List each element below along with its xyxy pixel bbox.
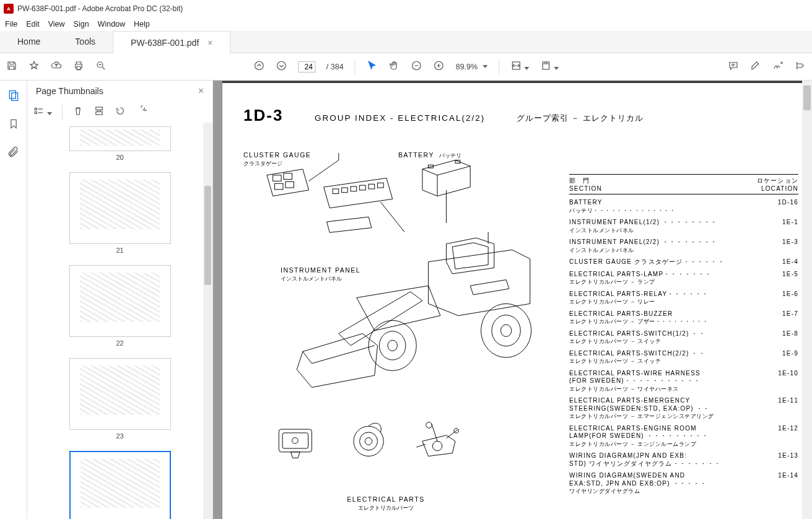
zoom-out-icon[interactable]	[411, 60, 422, 74]
delete-thumb-icon[interactable]	[72, 105, 84, 119]
svg-rect-36	[378, 183, 384, 188]
index-row: ELECTRICAL PARTS-ENGINE ROOM LAMP(FOR SW…	[569, 425, 798, 448]
tab-bar: Home Tools PW-638F-001.pdf ×	[0, 31, 812, 53]
section-index-table: 部 門 SECTION ロケーション LOCATION BATTERYバッテリ・…	[569, 174, 798, 500]
menu-help[interactable]: Help	[134, 20, 150, 28]
menu-view[interactable]: View	[48, 20, 65, 28]
svg-rect-32	[342, 188, 348, 193]
svg-rect-17	[35, 108, 37, 110]
highlight-icon[interactable]	[750, 60, 761, 74]
document-scrollbar[interactable]	[802, 81, 812, 519]
svg-rect-33	[351, 186, 357, 191]
svg-point-44	[388, 340, 397, 351]
page-number-input[interactable]	[298, 61, 315, 72]
panel-scrollbar[interactable]	[203, 123, 212, 519]
diagram-area: CLUSTER GAUGEクラスタゲージ BATTERY バッテリ INSTRU…	[243, 136, 565, 483]
thumbnail-item[interactable]: 22	[27, 265, 212, 347]
find-icon[interactable]	[95, 60, 107, 74]
svg-point-53	[365, 438, 372, 445]
stamp-icon[interactable]	[795, 60, 806, 74]
svg-point-51	[354, 426, 383, 456]
tab-home[interactable]: Home	[0, 30, 58, 53]
thumbnail-item[interactable]	[27, 451, 212, 519]
save-icon[interactable]	[6, 60, 17, 74]
svg-point-47	[500, 325, 511, 336]
page-down-icon[interactable]	[276, 60, 287, 74]
comment-icon[interactable]	[728, 60, 739, 74]
menu-file[interactable]: File	[5, 20, 17, 28]
index-row: CLUSTER GAUGE クラスタゲージ・・・・・・1E-4	[569, 258, 798, 266]
svg-point-3	[255, 61, 263, 70]
rotate-ccw-icon[interactable]	[115, 105, 126, 119]
index-row: ELECTRICAL PARTS-BUZZERエレクトリカルパーツ － ブザー・…	[569, 310, 798, 326]
svg-rect-11	[543, 62, 549, 69]
svg-point-4	[277, 61, 286, 70]
left-rail	[0, 81, 27, 519]
tab-document[interactable]: PW-638F-001.pdf ×	[113, 31, 230, 53]
select-tool-icon[interactable]	[367, 60, 378, 74]
svg-point-54	[432, 441, 442, 450]
zoom-in-icon[interactable]	[434, 60, 445, 74]
rotate-cw-icon[interactable]	[136, 105, 147, 119]
thumbnail-list[interactable]: 20 21 22 23	[27, 123, 212, 519]
bookmark-rail-icon[interactable]	[7, 118, 20, 133]
page-up-icon[interactable]	[253, 60, 264, 74]
index-row: ELECTRICAL PARTS-SWITCH(1/2) ・・エレクトリカルパー…	[569, 330, 798, 346]
thumb-options-icon[interactable]	[33, 105, 52, 119]
thumbnails-title: Page Thumbnails	[36, 86, 103, 96]
toolbar-divider	[499, 59, 499, 74]
print-thumbs-icon[interactable]	[94, 105, 105, 119]
svg-rect-19	[35, 112, 37, 114]
print-icon[interactable]	[73, 60, 84, 74]
pdf-page: 1D-3 GROUP INDEX - ELECTRICAL(2/2) グループ索…	[222, 81, 804, 519]
close-tab-icon[interactable]: ×	[207, 38, 212, 48]
star-icon[interactable]	[28, 60, 40, 74]
close-panel-icon[interactable]: ×	[198, 85, 204, 97]
toolbar-divider	[355, 59, 356, 74]
thumbnail-item[interactable]: 21	[27, 172, 212, 254]
index-row: BATTERYバッテリ・・・・・・・・・・・・・・1D-16	[569, 199, 798, 214]
svg-point-45	[481, 303, 531, 357]
fit-width-icon[interactable]	[510, 60, 529, 74]
thumbnails-rail-icon[interactable]	[7, 89, 20, 104]
cloud-upload-icon[interactable]	[51, 60, 62, 74]
app-icon: A	[4, 4, 14, 14]
pan-tool-icon[interactable]	[389, 60, 400, 74]
tab-tools[interactable]: Tools	[58, 30, 113, 53]
index-row: WIRING DIAGRAM(SWEDEN AND EXA:STD, JPN A…	[569, 472, 798, 495]
thumbnail-item[interactable]: 20	[27, 126, 212, 161]
zoom-dropdown[interactable]: 89.9%	[456, 63, 487, 71]
thumbnails-panel: Page Thumbnails × 20 21 22 23	[27, 81, 213, 519]
svg-point-46	[492, 315, 520, 346]
index-row: ELECTRICAL PARTS-WIRE HARNESS (FOR SWEDE…	[569, 370, 798, 393]
menu-edit[interactable]: Edit	[26, 20, 40, 28]
title-bar: A PW-638F-001.pdf - Adobe Acrobat Pro DC…	[0, 0, 812, 17]
sign-icon[interactable]	[772, 60, 784, 74]
svg-rect-28	[286, 181, 294, 188]
svg-rect-25	[273, 175, 282, 181]
index-row: INSTRUMENT PANEL(1/2) ・・・・・・・・インストルメントパネ…	[569, 219, 798, 234]
svg-rect-34	[360, 185, 366, 190]
index-row: ELECTRICAL PARTS-LAMP・・・・・・・エレクトリカルパーツ －…	[569, 271, 798, 286]
window-title: PW-638F-001.pdf - Adobe Acrobat Pro DC (…	[17, 4, 183, 13]
toolbar-divider	[62, 105, 63, 120]
document-viewport[interactable]: 1D-3 GROUP INDEX - ELECTRICAL(2/2) グループ索…	[213, 81, 812, 519]
svg-point-52	[360, 432, 378, 450]
page-heading: 1D-3 GROUP INDEX - ELECTRICAL(2/2) グループ索…	[243, 106, 782, 125]
svg-point-50	[292, 438, 298, 444]
page-total-label: / 384	[326, 63, 344, 71]
menu-sign[interactable]: Sign	[74, 20, 89, 28]
main-toolbar: / 384 89.9%	[0, 53, 812, 81]
svg-point-43	[379, 331, 405, 360]
attachment-rail-icon[interactable]	[7, 146, 20, 161]
svg-line-29	[309, 160, 339, 181]
menu-window[interactable]: Window	[98, 20, 125, 28]
diagram-svg	[243, 136, 565, 483]
page-view-icon[interactable]	[540, 60, 559, 74]
svg-rect-27	[274, 183, 283, 190]
thumbnail-item[interactable]: 23	[27, 358, 212, 440]
svg-rect-31	[333, 189, 339, 194]
index-row: WIRING DIAGRAM(JPN AND EXB: STD) ワイヤリングダ…	[569, 452, 798, 468]
svg-rect-49	[282, 433, 308, 448]
svg-rect-21	[96, 107, 103, 110]
